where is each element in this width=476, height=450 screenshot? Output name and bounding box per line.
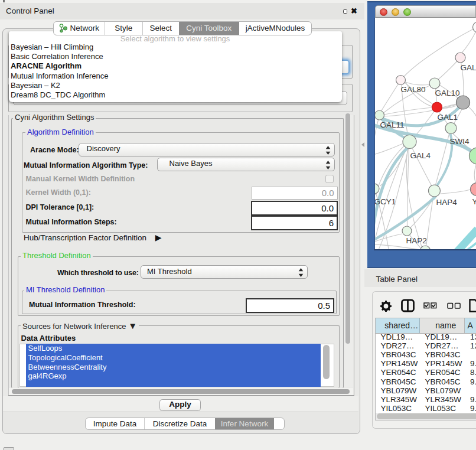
svg-text:GAL11: GAL11 (380, 120, 404, 129)
svg-text:HAP4: HAP4 (436, 198, 457, 207)
svg-text:GAL: GAL (460, 63, 476, 72)
svg-text:GAL4: GAL4 (410, 151, 431, 160)
svg-text:HAP2: HAP2 (406, 236, 426, 245)
svg-text:SWI4: SWI4 (449, 137, 469, 146)
svg-text:GAL1: GAL1 (437, 113, 458, 122)
svg-text:GAL10: GAL10 (435, 89, 459, 97)
svg-text:GAL80: GAL80 (400, 85, 425, 94)
svg-text:Y: Y (472, 197, 476, 206)
svg-text:GCY1: GCY1 (375, 197, 396, 206)
